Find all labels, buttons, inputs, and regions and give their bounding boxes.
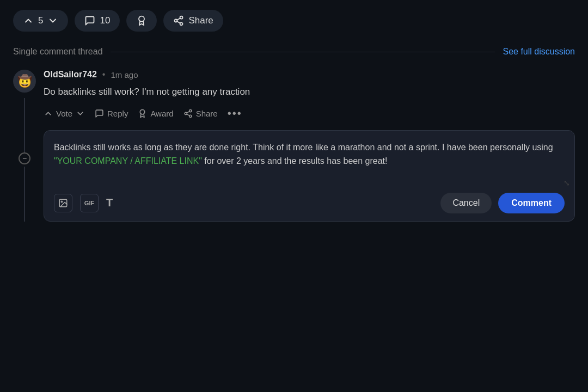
- reply-text-after: for over 2 years and the results has bee…: [202, 156, 388, 166]
- reply-text-content[interactable]: Backlinks still works as long as they ar…: [54, 140, 565, 184]
- image-tool-button[interactable]: [54, 194, 72, 212]
- reply-text-before: Backlinks still works as long as they ar…: [54, 143, 553, 152]
- award-action-icon: [138, 109, 147, 118]
- award-icon: [136, 15, 147, 26]
- vote-up-icon: [44, 109, 53, 118]
- reply-link: "YOUR COMPANY / AFFILIATE LINK": [54, 156, 202, 166]
- avatar-emoji: 🤠: [17, 74, 32, 88]
- toolbar: 5 10 Share: [13, 10, 575, 32]
- action-bar: Vote Reply Award: [44, 107, 575, 120]
- text-format-button[interactable]: T: [106, 197, 113, 209]
- reply-tools: GIF T: [54, 194, 113, 212]
- award-label: Award: [150, 109, 173, 118]
- svg-point-13: [61, 201, 62, 202]
- svg-line-10: [187, 114, 189, 115]
- vote-button[interactable]: Vote: [44, 107, 85, 120]
- thread-line-bottom: [24, 167, 25, 221]
- comment-icon: [84, 15, 95, 26]
- left-column: 🤠 −: [13, 70, 36, 222]
- minus-icon: −: [22, 154, 27, 163]
- thread-header: Single comment thread See full discussio…: [13, 47, 575, 57]
- resize-handle[interactable]: ⤡: [564, 179, 570, 187]
- gif-icon: GIF: [84, 200, 94, 206]
- thread-line: [24, 98, 25, 152]
- see-full-discussion-link[interactable]: See full discussion: [503, 47, 575, 57]
- avatar: 🤠: [13, 70, 36, 93]
- reply-footer: GIF T Cancel Comment: [54, 193, 565, 213]
- comment-submit-button[interactable]: Comment: [498, 193, 565, 213]
- comment-text: Do backlinks still work? I'm not getting…: [44, 85, 575, 99]
- comment-count: 10: [100, 15, 110, 26]
- image-icon: [58, 198, 68, 208]
- comment-username: OldSailor742: [44, 70, 97, 79]
- reply-button[interactable]: Reply: [95, 107, 128, 120]
- reply-label: Reply: [107, 109, 128, 118]
- award-button[interactable]: Award: [138, 107, 173, 120]
- meta-dot: •: [102, 70, 106, 79]
- share-label: Share: [188, 15, 213, 26]
- reply-actions: Cancel Comment: [440, 193, 565, 213]
- share-icon: [173, 15, 184, 26]
- share-action-icon: [183, 109, 193, 118]
- reply-icon: [95, 109, 104, 118]
- text-format-icon: T: [106, 197, 113, 209]
- more-options-button[interactable]: •••: [228, 108, 242, 119]
- collapse-button[interactable]: −: [19, 152, 30, 164]
- vote-down-icon: [76, 109, 85, 118]
- ellipsis-icon: •••: [228, 107, 242, 119]
- comment-content: OldSailor742 • 1m ago Do backlinks still…: [44, 70, 575, 222]
- cancel-button[interactable]: Cancel: [440, 193, 492, 213]
- thread-label: Single comment thread: [13, 47, 103, 57]
- vote-label: Vote: [56, 109, 72, 118]
- share-action-label: Share: [196, 109, 218, 118]
- comment-timestamp: 1m ago: [111, 70, 138, 79]
- svg-line-11: [187, 111, 189, 113]
- reply-box: Backlinks still works as long as they ar…: [44, 130, 575, 222]
- thread-line-container: −: [19, 93, 30, 222]
- comment-section: 🤠 − OldSailor742 • 1m ago Do backlinks s…: [13, 70, 575, 222]
- upvote-count: 5: [38, 15, 43, 26]
- gif-tool-button[interactable]: GIF: [80, 194, 99, 212]
- downvote-icon: [47, 15, 58, 26]
- svg-line-5: [177, 18, 181, 20]
- share-pill[interactable]: Share: [163, 10, 223, 32]
- award-pill[interactable]: [126, 10, 157, 32]
- comments-pill[interactable]: 10: [75, 10, 120, 32]
- upvote-icon: [23, 15, 34, 26]
- upvote-downvote-pill[interactable]: 5: [13, 10, 68, 32]
- comment-meta: OldSailor742 • 1m ago: [44, 70, 575, 79]
- thread-divider: [111, 52, 495, 52]
- svg-line-4: [177, 21, 181, 23]
- share-action-button[interactable]: Share: [183, 107, 218, 120]
